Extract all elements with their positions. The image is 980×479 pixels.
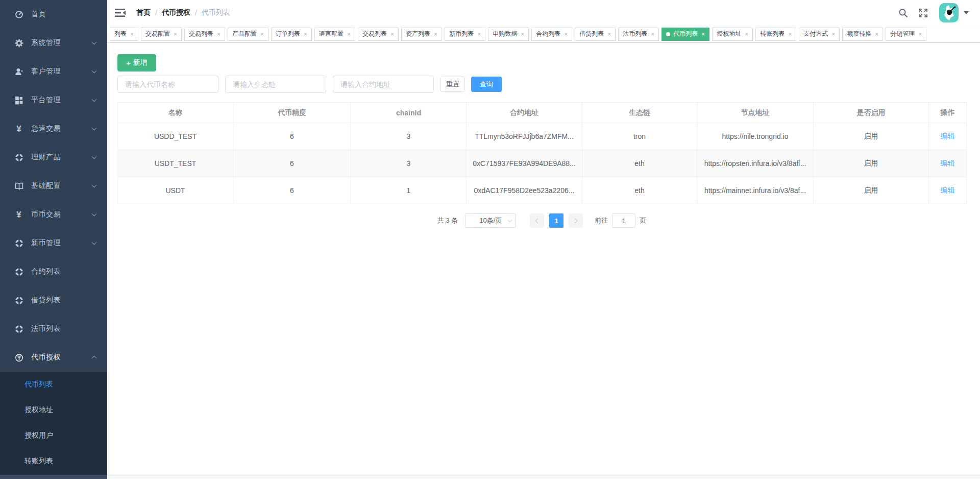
scrollbar-track [107, 475, 980, 479]
close-icon[interactable]: × [564, 31, 568, 37]
sidebar-subitem-0[interactable]: 代币列表 [0, 372, 107, 397]
page-number-1[interactable]: 1 [549, 213, 564, 228]
tab-4[interactable]: 订单列表× [271, 28, 312, 41]
breadcrumb: 首页 / 代币授权 / 代币列表 [136, 8, 230, 17]
close-icon[interactable]: × [304, 31, 307, 37]
tab-1[interactable]: 交易配置× [141, 28, 182, 41]
chevron-down-icon[interactable] [964, 11, 969, 14]
close-icon[interactable]: × [875, 31, 878, 37]
sidebar-item-5[interactable]: 理财产品 [0, 143, 107, 172]
table-cell: TTLmyn53oRFJJjb6a7ZMFM... [467, 123, 582, 150]
tab-13[interactable]: 代币列表× [662, 28, 709, 41]
sidebar-item-label: 平台管理 [31, 95, 61, 105]
tab-6[interactable]: 交易列表× [358, 28, 399, 41]
sidebar-item-label: 法币列表 [31, 324, 61, 333]
tab-12[interactable]: 法币列表× [618, 28, 659, 41]
fullscreen-icon[interactable] [918, 8, 928, 18]
tab-10[interactable]: 合约列表× [531, 28, 572, 41]
sidebar-item-1[interactable]: 系统管理 [0, 29, 107, 57]
sidebar-item-label: 客户管理 [31, 67, 61, 76]
edit-link[interactable]: 编辑 [941, 186, 955, 194]
tab-label: 交易配置 [145, 30, 170, 38]
breadcrumb-parent[interactable]: 代币授权 [162, 8, 190, 17]
grid-icon [13, 95, 25, 105]
sidebar-item-2[interactable]: 客户管理 [0, 57, 107, 86]
sidebar-item-8[interactable]: 新币管理 [0, 229, 107, 257]
close-icon[interactable]: × [788, 31, 792, 37]
close-icon[interactable]: × [701, 31, 705, 37]
close-icon[interactable]: × [918, 31, 922, 37]
component-icon [13, 238, 25, 248]
table-cell: 3 [351, 123, 467, 150]
tab-2[interactable]: 交易列表× [184, 28, 225, 41]
close-icon[interactable]: × [745, 31, 748, 37]
sidebar-item-4[interactable]: ¥急速交易 [0, 114, 107, 143]
close-icon[interactable]: × [130, 31, 134, 37]
edit-link[interactable]: 编辑 [941, 159, 955, 167]
sidebar-item-label: 合约列表 [31, 267, 61, 276]
reset-button[interactable]: 重置 [440, 77, 465, 92]
prev-page-button[interactable] [530, 213, 544, 228]
sidebar-subitem-1[interactable]: 授权地址 [0, 397, 107, 423]
chevron-down-icon [92, 97, 97, 102]
tab-18[interactable]: 分销管理× [886, 28, 926, 41]
contract-address-input[interactable] [333, 76, 434, 93]
close-icon[interactable]: × [477, 31, 481, 37]
tab-7[interactable]: 资产列表× [401, 28, 442, 41]
avatar[interactable] [939, 3, 959, 22]
sidebar-subitem-3[interactable]: 转账列表 [0, 448, 107, 474]
tab-16[interactable]: 支付方式× [799, 28, 840, 41]
close-icon[interactable]: × [174, 31, 177, 37]
sidebar-item-6[interactable]: 基础配置 [0, 172, 107, 200]
sidebar-item-0[interactable]: 首页 [0, 0, 107, 29]
users-icon [13, 67, 25, 76]
goto-page-input[interactable] [612, 213, 635, 228]
tab-label: 授权地址 [717, 30, 741, 38]
page-size-select[interactable]: 10条/页 [465, 213, 516, 228]
tab-17[interactable]: 额度转换× [842, 28, 883, 41]
token-name-input[interactable] [117, 76, 218, 93]
sidebar-item-10[interactable]: 借贷列表 [0, 286, 107, 315]
sidebar-item-label: 系统管理 [31, 38, 61, 47]
horizontal-scrollbar[interactable] [0, 475, 980, 479]
table-cell: 6 [233, 150, 351, 177]
close-icon[interactable]: × [521, 31, 524, 37]
tab-0[interactable]: 列表× [110, 28, 138, 41]
close-icon[interactable]: × [434, 31, 437, 37]
main-area: 首页 / 代币授权 / 代币列表 [107, 0, 980, 479]
close-icon[interactable]: × [260, 31, 264, 37]
sidebar-item-12[interactable]: 代币授权 [0, 343, 107, 372]
search-icon[interactable] [898, 8, 908, 18]
tab-5[interactable]: 语言配置× [314, 28, 355, 41]
tab-3[interactable]: 产品配置× [228, 28, 268, 41]
add-button[interactable]: +新增 [117, 54, 156, 71]
next-page-button[interactable] [569, 213, 583, 228]
sidebar-item-label: 理财产品 [31, 153, 61, 162]
sidebar-item-3[interactable]: 平台管理 [0, 86, 107, 114]
close-icon[interactable]: × [347, 31, 351, 37]
tab-14[interactable]: 授权地址× [712, 28, 753, 41]
close-icon[interactable]: × [390, 31, 394, 37]
sidebar-item-9[interactable]: 合约列表 [0, 257, 107, 286]
tab-15[interactable]: 转账列表× [755, 28, 796, 41]
tab-9[interactable]: 申购数据× [488, 28, 529, 41]
search-button[interactable]: 查询 [471, 77, 502, 92]
gear-icon [13, 38, 25, 47]
sidebar-item-7[interactable]: ¥币币交易 [0, 200, 107, 229]
sidebar-subitem-2[interactable]: 授权用户 [0, 423, 107, 448]
table-row-0: USDD_TEST63TTLmyn53oRFJJjb6a7ZMFM...tron… [118, 123, 967, 150]
tab-8[interactable]: 新币列表× [445, 28, 485, 41]
close-icon[interactable]: × [651, 31, 654, 37]
sidebar-item-11[interactable]: 法币列表 [0, 315, 107, 343]
sidebar-collapse-icon[interactable] [115, 8, 127, 18]
table-row-1: USDT_TEST630xC715937FE93A994DE9A88...eth… [118, 150, 967, 177]
eco-chain-input[interactable] [225, 76, 326, 93]
close-icon[interactable]: × [607, 31, 611, 37]
tab-11[interactable]: 借贷列表× [575, 28, 616, 41]
edit-link[interactable]: 编辑 [941, 132, 955, 140]
close-icon[interactable]: × [831, 31, 835, 37]
tab-label: 支付方式 [803, 30, 828, 38]
close-icon[interactable]: × [217, 31, 220, 37]
breadcrumb-home[interactable]: 首页 [136, 8, 151, 17]
app-root: 首页系统管理客户管理平台管理¥急速交易理财产品基础配置¥币币交易新币管理合约列表… [0, 0, 980, 479]
